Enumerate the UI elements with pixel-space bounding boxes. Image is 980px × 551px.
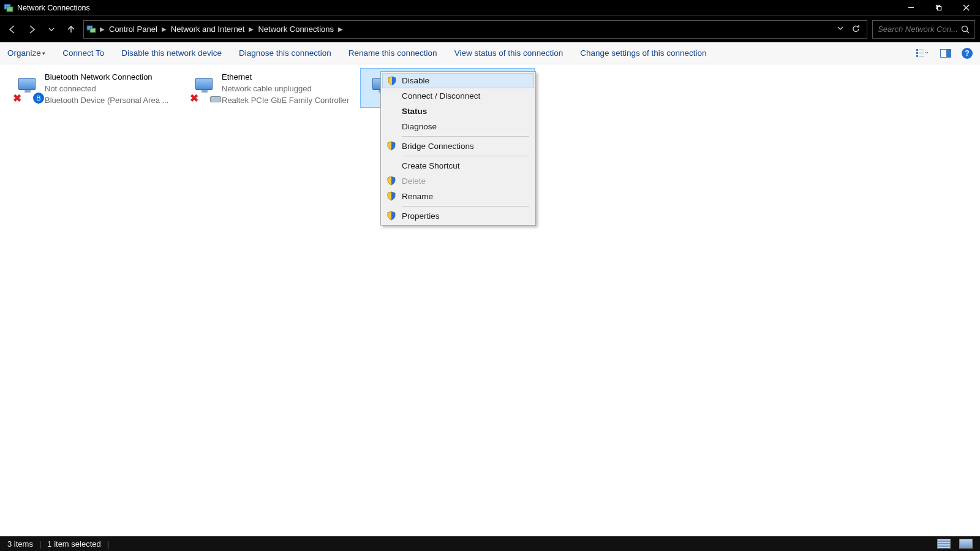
menu-label: Disable [402, 76, 429, 85]
adapter-status: Not connected [45, 83, 176, 95]
view-status-button[interactable]: View status of this connection [454, 48, 564, 58]
organize-button[interactable]: Organize [7, 48, 45, 58]
adapter-item[interactable]: ✖B Bluetooth Network Connection Not conn… [6, 68, 181, 108]
menu-rename[interactable]: Rename [382, 189, 534, 204]
menu-separator [402, 206, 529, 207]
maximize-button[interactable] [925, 0, 952, 15]
menu-label: Properties [402, 211, 440, 221]
menu-bridge[interactable]: Bridge Connections [382, 139, 534, 154]
menu-properties[interactable]: Properties [382, 208, 534, 224]
shield-icon [386, 176, 396, 186]
preview-pane-button[interactable] [938, 46, 953, 61]
svg-rect-4 [938, 7, 941, 10]
menu-separator [402, 136, 529, 137]
svg-rect-18 [946, 50, 951, 57]
menu-label: Create Shortcut [402, 161, 460, 170]
breadcrumb-sep: ▶ [160, 26, 168, 32]
change-settings-button[interactable]: Change settings of this connection [580, 48, 706, 58]
menu-label: Status [402, 107, 427, 116]
menu-label: Connect / Disconnect [402, 91, 480, 101]
rename-button[interactable]: Rename this connection [349, 48, 437, 58]
menu-label: Delete [402, 177, 426, 186]
shield-icon [387, 76, 397, 86]
disable-device-button[interactable]: Disable this network device [121, 48, 222, 58]
refresh-button[interactable] [851, 24, 861, 35]
breadcrumb-item[interactable]: Control Panel [106, 25, 160, 34]
breadcrumb-sep: ▶ [99, 26, 106, 32]
adapter-device: Realtek PCIe GbE Family Controller [222, 95, 353, 105]
svg-rect-1 [7, 7, 13, 12]
adapter-device: Bluetooth Device (Personal Area ... [45, 95, 176, 105]
svg-rect-11 [916, 49, 918, 51]
menu-status[interactable]: Status [382, 104, 534, 119]
minimize-button[interactable] [897, 0, 925, 15]
adapter-status: Network cable unplugged [222, 83, 353, 95]
svg-rect-13 [916, 55, 918, 57]
status-count: 3 items [7, 539, 33, 549]
svg-point-9 [962, 26, 968, 31]
bluetooth-overlay-icon: B [33, 93, 44, 104]
window-title: Network Connections [17, 4, 897, 12]
app-icon [4, 3, 13, 13]
address-dropdown-button[interactable] [837, 25, 844, 34]
adapter-icon: ✖ [187, 71, 222, 105]
diagnose-button[interactable]: Diagnose this connection [239, 48, 331, 58]
context-menu: Disable Connect / Disconnect Status Diag… [380, 71, 536, 226]
breadcrumb-sep: ▶ [337, 26, 344, 32]
svg-rect-8 [90, 28, 96, 32]
search-input[interactable] [878, 25, 959, 34]
menu-label: Diagnose [402, 122, 437, 131]
status-selected: 1 item selected [47, 539, 100, 549]
menu-label: Bridge Connections [402, 142, 474, 151]
menu-create-shortcut[interactable]: Create Shortcut [382, 158, 534, 173]
command-bar: Organize Connect To Disable this network… [0, 42, 980, 64]
breadcrumb-sep: ▶ [247, 26, 255, 32]
menu-delete: Delete [382, 173, 534, 189]
shield-icon [386, 141, 396, 151]
menu-separator [402, 156, 529, 156]
location-icon [86, 24, 97, 35]
address-bar[interactable]: ▶ Control Panel ▶ Network and Internet ▶… [83, 20, 867, 39]
menu-diagnose[interactable]: Diagnose [382, 119, 534, 134]
statusbar: 3 items | 1 item selected | [0, 536, 980, 551]
disconnected-overlay-icon: ✖ [189, 94, 199, 104]
close-button[interactable] [952, 0, 980, 15]
forward-button[interactable] [24, 22, 39, 37]
breadcrumb-item[interactable]: Network and Internet [168, 25, 248, 34]
adapter-name: Ethernet [222, 72, 353, 83]
recent-locations-button[interactable] [44, 22, 59, 37]
menu-disable[interactable]: Disable [382, 73, 534, 88]
content-area: ✖B Bluetooth Network Connection Not conn… [0, 64, 980, 536]
up-button[interactable] [64, 22, 78, 37]
icons-view-button[interactable] [959, 539, 973, 549]
adapter-name: Bluetooth Network Connection [45, 72, 176, 83]
connect-to-button[interactable]: Connect To [62, 48, 104, 58]
adapter-item[interactable]: ✖ Ethernet Network cable unplugged Realt… [183, 68, 358, 108]
svg-line-10 [967, 31, 970, 33]
svg-rect-12 [916, 52, 918, 54]
adapter-icon: ✖B [10, 71, 45, 105]
navbar: ▶ Control Panel ▶ Network and Internet ▶… [0, 15, 980, 42]
menu-label: Rename [402, 192, 433, 201]
titlebar: Network Connections [0, 0, 980, 15]
details-view-button[interactable] [937, 539, 951, 549]
back-button[interactable] [5, 22, 20, 37]
disconnected-overlay-icon: ✖ [12, 94, 22, 104]
menu-connect-disconnect[interactable]: Connect / Disconnect [382, 88, 534, 104]
shield-icon [386, 191, 396, 201]
search-icon [961, 25, 970, 34]
help-button[interactable]: ? [962, 48, 973, 59]
view-options-button[interactable] [915, 46, 930, 61]
status-divider: | [39, 539, 41, 549]
breadcrumb-item[interactable]: Network Connections [255, 25, 337, 34]
shield-icon [386, 211, 396, 221]
ethernet-overlay-icon [210, 96, 221, 102]
status-divider: | [107, 539, 109, 549]
search-box[interactable] [872, 20, 975, 39]
